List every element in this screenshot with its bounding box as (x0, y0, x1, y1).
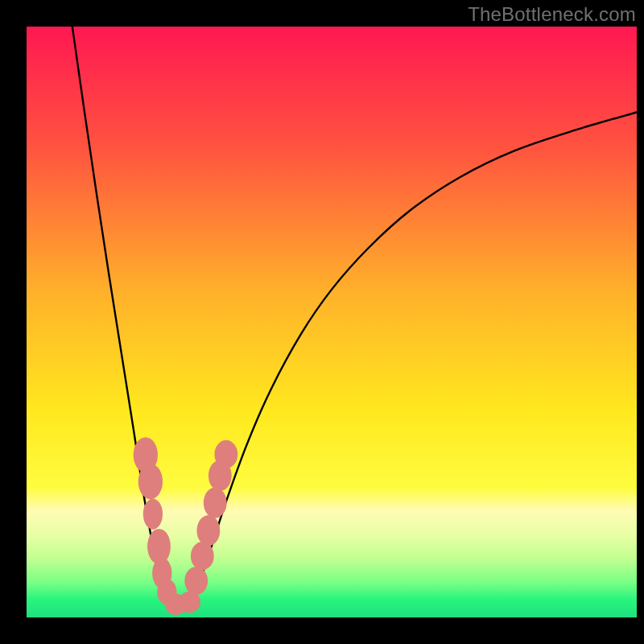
watermark-text: TheBottleneck.com (468, 3, 636, 25)
bottleneck-chart: TheBottleneck.com (0, 0, 644, 644)
curve-marker (143, 498, 163, 529)
curve-marker (138, 464, 163, 499)
chart-background-gradient (27, 27, 637, 617)
curve-marker (204, 488, 227, 518)
chart-container: TheBottleneck.com (0, 0, 644, 644)
curve-marker (214, 440, 237, 469)
curve-marker (196, 515, 220, 546)
curve-marker (191, 542, 214, 570)
curve-marker (184, 567, 208, 595)
